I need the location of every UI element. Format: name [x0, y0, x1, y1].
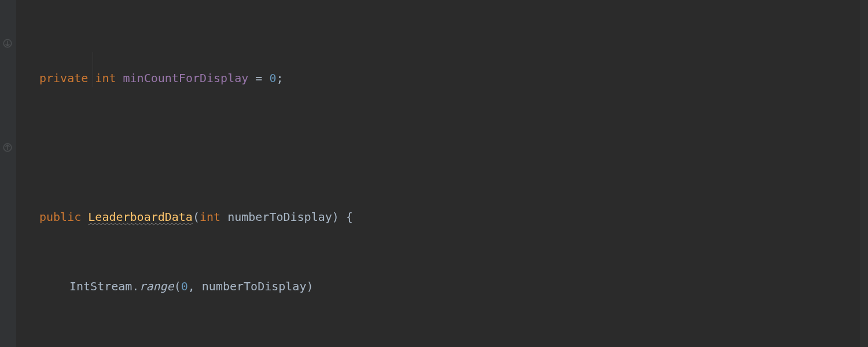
field-name: minCountForDisplay [123, 71, 249, 85]
gutter [0, 0, 16, 347]
code-line[interactable]: public LeaderboardData(int numberToDispl… [16, 208, 868, 226]
keyword-int: int [95, 71, 116, 85]
code-text: numberToDisplay) { [220, 210, 353, 224]
constructor-name: LeaderboardData [88, 210, 193, 224]
code-area[interactable]: private int minCountForDisplay = 0; publ… [16, 0, 868, 347]
indent-guide [93, 52, 93, 87]
code-text: IntStream. [69, 279, 139, 293]
keyword-int: int [200, 210, 220, 224]
code-editor[interactable]: private int minCountForDisplay = 0; publ… [0, 0, 868, 347]
keyword-private: private [39, 71, 88, 85]
number-literal: 0 [181, 279, 188, 293]
code-text: ; [276, 71, 283, 85]
code-line[interactable]: private int minCountForDisplay = 0; [16, 69, 868, 87]
code-text: ( [193, 210, 200, 224]
code-line[interactable]: IntStream.range(0, numberToDisplay) [16, 278, 868, 295]
gutter-implements-icon[interactable] [2, 142, 13, 153]
code-text: = [248, 71, 269, 85]
static-method: range [139, 279, 174, 293]
vertical-scrollbar[interactable] [860, 0, 868, 347]
code-line-empty[interactable] [16, 139, 868, 156]
keyword-public: public [39, 210, 81, 224]
gutter-override-icon[interactable] [2, 38, 13, 49]
number-literal: 0 [269, 71, 276, 85]
code-text: , numberToDisplay) [188, 279, 314, 293]
code-text: ( [174, 279, 181, 293]
